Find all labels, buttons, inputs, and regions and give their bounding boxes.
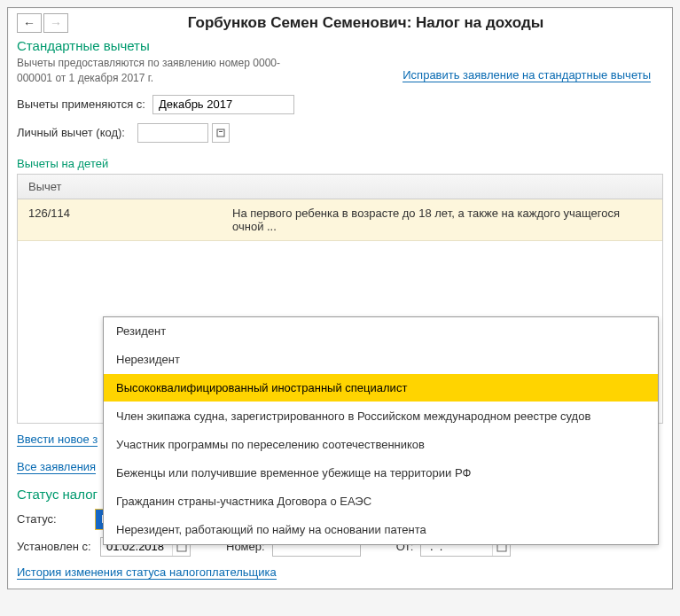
new-application-link[interactable]: Ввести новое з <box>17 433 98 447</box>
dropdown-item[interactable]: Резидент <box>104 317 658 346</box>
deductions-hint: Вычеты предоставляются по заявлению номе… <box>17 56 301 86</box>
back-button[interactable]: ← <box>17 13 42 33</box>
deductions-title: Стандартные вычеты <box>17 38 663 53</box>
dropdown-item[interactable]: Нерезидент, работающий по найму на основ… <box>104 516 658 544</box>
personal-input[interactable] <box>137 123 208 143</box>
personal-row: Личный вычет (код): <box>17 123 663 143</box>
svg-rect-1 <box>219 131 223 132</box>
window: ← → Горбунков Семен Семенович: Налог на … <box>7 7 673 589</box>
dropdown-item[interactable]: Высококвалифицированный иностранный спец… <box>104 374 658 402</box>
dropdown-item[interactable]: Участник программы по переселению соотеч… <box>104 431 658 459</box>
table-header: Вычет <box>18 175 662 199</box>
title-row: ← → Горбунков Семен Семенович: Налог на … <box>17 13 663 33</box>
children-title: Вычеты на детей <box>17 157 663 170</box>
dropdown-item[interactable]: Гражданин страны-участника Договора о ЕА… <box>104 487 658 516</box>
history-link[interactable]: История изменения статуса налогоплательщ… <box>17 565 277 580</box>
dropdown-item[interactable]: Нерезидент <box>104 346 658 374</box>
set-from-label: Установлен с: <box>17 540 93 553</box>
page-title: Горбунков Семен Семенович: Налог на дохо… <box>68 14 663 32</box>
dropdown-item[interactable]: Член экипажа судна, зарегистрированного … <box>104 402 658 431</box>
forward-button[interactable]: → <box>43 13 68 33</box>
child-desc: На первого ребенка в возрасте до 18 лет,… <box>232 207 652 233</box>
status-label: Статус: <box>17 512 88 526</box>
personal-lookup-button[interactable] <box>212 123 230 143</box>
table-row[interactable]: 126/114 На первого ребенка в возрасте до… <box>18 199 662 241</box>
personal-label: Личный вычет (код): <box>17 126 130 139</box>
edit-application-link[interactable]: Исправить заявление на стандартные вычет… <box>403 68 651 82</box>
applied-from-label: Вычеты применяются с: <box>17 97 145 111</box>
child-code: 126/114 <box>28 207 232 233</box>
dropdown-item[interactable]: Беженцы или получившие временное убежище… <box>104 459 658 487</box>
applied-from-row: Вычеты применяются с: <box>17 95 663 114</box>
all-applications-link[interactable]: Все заявления <box>17 460 96 474</box>
applied-from-input[interactable] <box>152 95 294 114</box>
status-dropdown: Резидент Нерезидент Высококвалифицирован… <box>103 316 659 545</box>
svg-rect-0 <box>217 129 224 136</box>
